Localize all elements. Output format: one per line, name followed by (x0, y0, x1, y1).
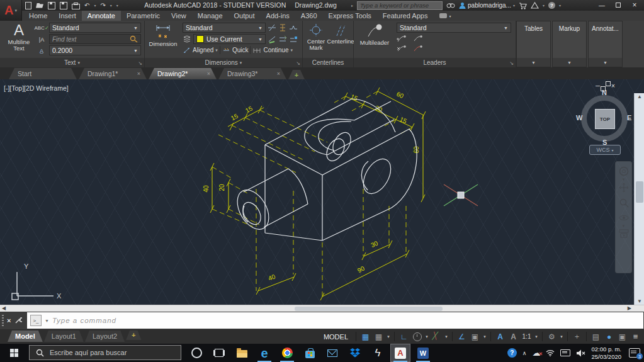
scale-dropdown-icon[interactable]: ▼ (534, 331, 539, 342)
ribbon-tab-a360[interactable]: A360 (295, 11, 323, 21)
clean-screen-icon[interactable]: ▣ (616, 331, 628, 342)
navigation-wheel-icon[interactable] (619, 166, 629, 176)
viewcube-east[interactable]: E (627, 114, 631, 122)
keyboard-icon[interactable] (560, 349, 570, 356)
adjust-space-icon[interactable] (278, 23, 287, 32)
zoom-icon[interactable] (619, 198, 629, 208)
workspace-dropdown-icon[interactable]: ▼ (559, 331, 564, 342)
taskbar-search-input[interactable]: Escribe aquí para buscar (29, 345, 181, 360)
scroll-up-icon[interactable]: ▲ (635, 94, 644, 99)
customization-icon[interactable]: ≡ (630, 331, 641, 342)
viewcube[interactable]: N W E S TOP (577, 91, 632, 146)
ortho-icon[interactable]: ∟ (398, 331, 410, 342)
panel-centerlines-label[interactable]: Centerlines (303, 58, 353, 67)
undo-dropdown-icon[interactable]: ▾ (94, 3, 96, 8)
snap-dropdown-icon[interactable]: ▼ (386, 331, 391, 342)
file-tab-drawing2[interactable]: Drawing2*× (149, 68, 217, 79)
onedrive-offline-icon[interactable]: ☁ (532, 349, 540, 357)
chevron-down-icon[interactable]: ▼ (553, 58, 586, 67)
file-explorer-button[interactable] (230, 344, 253, 362)
scroll-right-icon[interactable]: ▶ (628, 305, 631, 311)
jog-line-icon[interactable] (289, 23, 298, 32)
viewcube-top-face[interactable]: TOP (595, 109, 615, 129)
viewport-close-icon[interactable]: × (611, 82, 615, 89)
layout-tab-layout1[interactable]: Layout1 (44, 331, 84, 342)
wcs-menu[interactable]: WCS▾ (589, 145, 621, 155)
ribbon-tab-output[interactable]: Output (229, 11, 261, 21)
command-close-icon[interactable]: × (7, 317, 11, 324)
viewport-minimize-icon[interactable]: ─ (596, 82, 600, 89)
dimensions-panel-launcher-icon[interactable]: ↘ (296, 60, 300, 66)
open-icon[interactable] (36, 3, 43, 8)
workspace-gear-icon[interactable]: ⚙ (546, 331, 558, 342)
bolt-app-button[interactable]: ϟ (366, 344, 389, 362)
help-dropdown-icon[interactable]: ▾ (559, 3, 561, 8)
leaders-panel-launcher-icon[interactable]: ↘ (509, 60, 514, 66)
redo-icon[interactable]: ↷ (100, 3, 105, 9)
search-binoculars-icon[interactable] (446, 2, 455, 9)
layout-tab-model[interactable]: Model (8, 331, 43, 342)
horizontal-scroll-thumb[interactable] (295, 307, 443, 311)
redo-dropdown-icon[interactable]: ▾ (110, 3, 112, 8)
close-icon[interactable]: × (137, 71, 140, 77)
isometric-drafting-icon[interactable] (431, 331, 443, 342)
recent-commands-icon[interactable]: >_ (30, 315, 42, 326)
graphics-performance-icon[interactable]: ● (603, 331, 615, 342)
save-icon[interactable] (48, 2, 55, 9)
polar-dropdown-icon[interactable]: ▼ (424, 331, 429, 342)
chrome-button[interactable] (276, 344, 298, 362)
ribbon-tab-express-tools[interactable]: Express Tools (323, 11, 377, 21)
store-button[interactable] (298, 344, 321, 362)
snap-icon[interactable]: ▦ (373, 331, 385, 342)
wifi-icon[interactable] (546, 349, 555, 356)
vertical-scrollbar[interactable]: ▲ ▼ (634, 93, 644, 305)
find-magnifier-icon[interactable] (130, 35, 138, 43)
hidden-icons-chevron[interactable]: ∧ (523, 350, 527, 356)
aligned-dimension-button[interactable]: Aligned▾ (183, 47, 218, 54)
osnap-dropdown-icon[interactable]: ▼ (482, 331, 487, 342)
pan-icon[interactable] (619, 183, 629, 193)
polar-tracking-icon[interactable] (411, 331, 423, 342)
ucs-icon[interactable]: Y X (12, 263, 62, 300)
ribbon-tab-view[interactable]: View (166, 11, 192, 21)
horizontal-scrollbar[interactable]: ◀ ▶ (0, 305, 644, 312)
signin-user-button[interactable]: pablomadriga... ▾ (459, 2, 515, 9)
remove-leader-icon[interactable] (397, 45, 407, 53)
continue-dimension-button[interactable]: Continue▾ (252, 47, 293, 54)
quick-dimension-button[interactable]: Quick (222, 47, 249, 54)
ribbon-tab-home[interactable]: Home (23, 11, 53, 21)
command-input[interactable]: >_ ▼ Type a command (27, 312, 643, 329)
infocenter-search-input[interactable]: Type a keyword or phrase (357, 1, 443, 10)
viewcube-west[interactable]: W (576, 114, 582, 122)
centerline-button[interactable]: Centerline (328, 23, 353, 45)
text-style-select[interactable]: Standard▼ (49, 23, 141, 33)
quick-properties-icon[interactable]: ▤ (590, 331, 602, 342)
collect-leaders-icon[interactable] (413, 45, 423, 53)
scroll-left-icon[interactable]: ◀ (2, 305, 6, 311)
dim-layer-select[interactable]: Use Current▼ (193, 34, 266, 44)
task-view-button[interactable] (208, 344, 230, 362)
multileader-style-select[interactable]: Standard▼ (397, 23, 511, 33)
new-layout-button[interactable]: + (126, 331, 141, 340)
center-mark-button[interactable]: Center Mark (304, 23, 328, 51)
close-icon[interactable]: × (207, 71, 210, 77)
get-help-icon[interactable]: ? (507, 348, 517, 358)
text-panel-launcher-icon[interactable]: ↘ (138, 60, 142, 66)
dim-update-icon[interactable] (268, 35, 276, 43)
grid-icon[interactable]: ▦ (359, 331, 371, 342)
chevron-down-icon[interactable]: ▼ (45, 319, 49, 323)
object-snap-icon[interactable]: ▣ (469, 331, 481, 342)
edge-button[interactable]: e (253, 344, 276, 362)
panel-collapsed-tables[interactable]: Tables▼ (516, 21, 551, 67)
ribbon-tab-insert[interactable]: Insert (53, 11, 82, 21)
multileader-button[interactable]: Multileader (356, 23, 393, 46)
multiline-text-button[interactable]: A Multiline Text (3, 23, 35, 52)
autocad-taskbar-button[interactable]: A (389, 344, 412, 362)
dim-override-icon[interactable] (289, 35, 298, 43)
vertical-scroll-thumb[interactable] (636, 181, 643, 203)
application-menu-button[interactable]: A▾ (0, 0, 22, 21)
a360-dropdown-icon[interactable]: ▾ (543, 3, 545, 8)
chevron-down-icon[interactable]: ▼ (622, 178, 626, 181)
panel-collapsed-annotat[interactable]: Annotat...▼ (588, 21, 623, 67)
qat-customize-icon[interactable]: ▾ (116, 3, 118, 8)
